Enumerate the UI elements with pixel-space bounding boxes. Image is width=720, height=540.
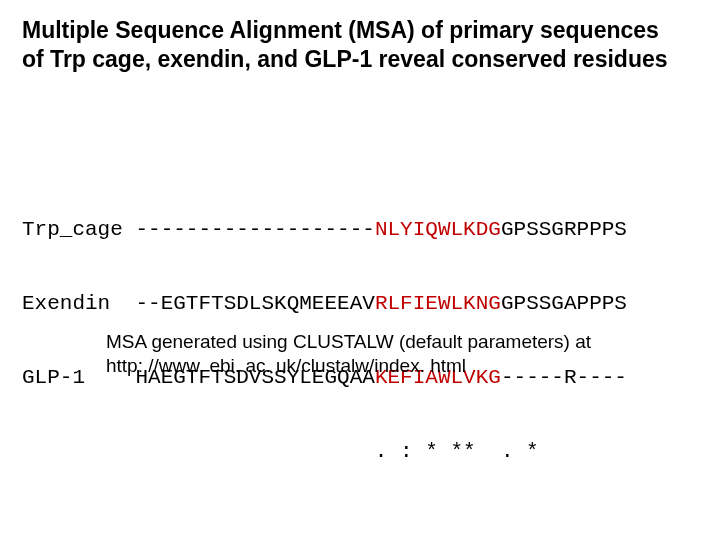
caption-line-2: http: //www. ebi. ac. uk/clustalw/index.… [106, 355, 466, 376]
slide-title: Multiple Sequence Alignment (MSA) of pri… [22, 16, 698, 74]
seq-pre: ------------------- [135, 218, 374, 241]
seq-conserved: RLFIEWLKNG [375, 292, 501, 315]
seq-pre: --EGTFTSDLSKQMEEEAV [135, 292, 374, 315]
seq-label: Trp_cage [22, 218, 123, 243]
consensus-marks: . : * ** . * [375, 440, 539, 463]
seq-post: GPSSGAPPPS [501, 292, 627, 315]
title-line-1: Multiple Sequence Alignment (MSA) of pri… [22, 17, 659, 43]
consensus-line: . : * ** . * [22, 440, 627, 465]
consensus-pad [22, 440, 375, 463]
seq-conserved: NLYIQWLKDG [375, 218, 501, 241]
alignment-row: Trp_cage -------------------NLYIQWLKDGGP… [22, 218, 627, 243]
seq-label: Exendin [22, 292, 123, 317]
alignment-row: Exendin --EGTFTSDLSKQMEEEAVRLFIEWLKNGGPS… [22, 292, 627, 317]
caption: MSA generated using CLUSTALW (default pa… [106, 330, 660, 378]
slide: Multiple Sequence Alignment (MSA) of pri… [0, 0, 720, 540]
seq-post: GPSSGRPPPS [501, 218, 627, 241]
caption-line-1: MSA generated using CLUSTALW (default pa… [106, 331, 591, 352]
title-line-2: of Trp cage, exendin, and GLP-1 reveal c… [22, 46, 668, 72]
